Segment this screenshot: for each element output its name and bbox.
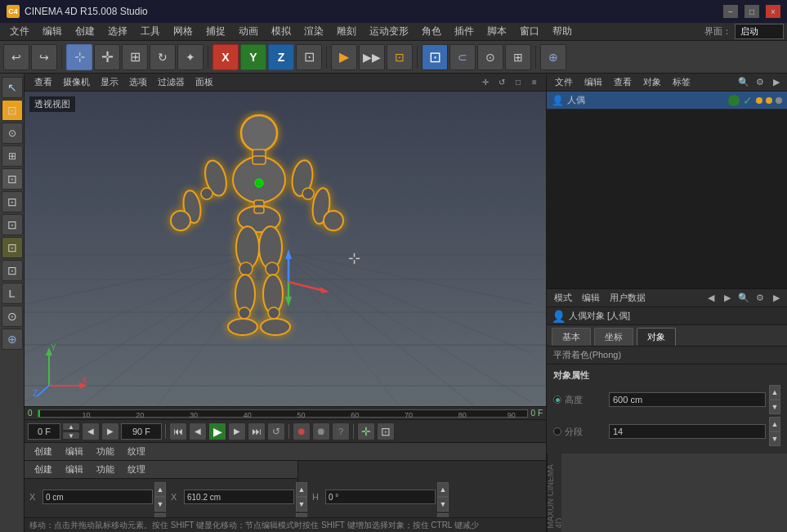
lt-hair-button[interactable]: ⊡ — [2, 237, 23, 258]
render-settings-button[interactable]: ⊡ — [387, 44, 413, 70]
vp-lock-icon[interactable]: ✛ — [479, 76, 492, 89]
select-tool-button[interactable]: ⊹ — [66, 44, 92, 70]
height-input[interactable] — [609, 392, 766, 407]
obj-tb-file[interactable]: 文件 — [550, 75, 578, 89]
props-tb-userdata[interactable]: 用户数据 — [606, 291, 650, 305]
props-arrow-right-icon[interactable]: ▶ — [720, 291, 735, 306]
vp-reset-icon[interactable]: ↺ — [495, 76, 508, 89]
lt-motion-button[interactable]: ⊡ — [2, 260, 23, 281]
size-x-input[interactable] — [184, 490, 294, 504]
bt-function-button[interactable]: 功能 — [92, 445, 119, 458]
interface-value[interactable]: 启动 — [735, 24, 784, 39]
menu-create[interactable]: 创建 — [69, 23, 101, 40]
menu-select[interactable]: 选择 — [101, 23, 134, 40]
lt-circle-button[interactable]: ⊙ — [2, 306, 23, 327]
record-button[interactable]: ⏺ — [293, 422, 311, 440]
extra-pb-button[interactable]: ? — [332, 422, 350, 440]
vp-menu-display[interactable]: 显示 — [96, 74, 123, 90]
next-key-button[interactable]: ▶ — [228, 422, 246, 440]
obj-tb-tags[interactable]: 标签 — [668, 75, 695, 89]
menu-help[interactable]: 帮助 — [546, 23, 579, 40]
scale-tool-button[interactable]: ⊞ — [122, 44, 148, 70]
obj-tb-view[interactable]: 查看 — [609, 75, 637, 89]
go-end-button[interactable]: ⏭ — [248, 422, 266, 440]
snap-button[interactable]: ⊕ — [540, 44, 566, 70]
props-search-icon[interactable]: 🔍 — [736, 291, 751, 306]
lt-paint-button[interactable]: ⊡ — [2, 191, 23, 212]
menu-file[interactable]: 文件 — [3, 23, 36, 40]
vp-menu-camera[interactable]: 摄像机 — [58, 74, 95, 90]
rotate-tool-button[interactable]: ↻ — [150, 44, 176, 70]
display-button-2[interactable]: ⊂ — [449, 44, 476, 70]
menu-window[interactable]: 窗口 — [513, 23, 546, 40]
obj-settings-icon[interactable]: ⚙ — [753, 75, 767, 90]
transform-tool-button[interactable]: ✦ — [177, 44, 203, 70]
height-down-button[interactable]: ▼ — [769, 400, 780, 414]
height-radio[interactable] — [553, 396, 561, 404]
timeline[interactable]: 0 10 20 30 40 50 60 70 80 90 0 F — [25, 406, 546, 419]
segments-input[interactable] — [609, 424, 766, 439]
menu-animate[interactable]: 动画 — [232, 23, 265, 40]
tf-function-button[interactable]: 功能 — [92, 463, 119, 476]
obj-search-icon[interactable]: 🔍 — [736, 75, 751, 90]
display-button-1[interactable]: ⊡ — [422, 44, 448, 70]
frame-up-button[interactable]: ▲ — [62, 422, 80, 431]
bt-create-button[interactable]: 创建 — [29, 445, 57, 458]
play-button[interactable]: ▶ — [208, 422, 226, 440]
vp-menu-options[interactable]: 选项 — [124, 74, 152, 90]
height-up-button[interactable]: ▲ — [769, 385, 780, 400]
display-button-4[interactable]: ⊞ — [505, 44, 531, 70]
lt-snap2-button[interactable]: ⊡ — [2, 168, 23, 190]
lt-object-button[interactable]: ⊡ — [2, 100, 23, 121]
display-button-3[interactable]: ⊙ — [477, 44, 503, 70]
close-button[interactable]: × — [766, 5, 780, 18]
obj-tb-object[interactable]: 对象 — [638, 75, 666, 89]
pb-extra-1[interactable]: ✛ — [357, 422, 375, 440]
menu-sculpt[interactable]: 雕刻 — [330, 23, 363, 40]
rot-h-up[interactable]: ▲ — [437, 482, 449, 497]
lt-cursor-button[interactable]: ↖ — [2, 77, 23, 98]
props-tab-coord[interactable]: 坐标 — [594, 328, 633, 346]
segments-down-button[interactable]: ▼ — [769, 431, 780, 446]
menu-render[interactable]: 渲染 — [297, 23, 330, 40]
lt-sculpt-button[interactable]: ⊡ — [2, 214, 23, 235]
tf-create-button[interactable]: 创建 — [29, 463, 57, 476]
menu-character[interactable]: 角色 — [415, 23, 448, 40]
segments-up-button[interactable]: ▲ — [769, 417, 780, 431]
props-tab-object[interactable]: 对象 — [637, 328, 676, 346]
props-extra-icon[interactable]: ▶ — [769, 291, 784, 306]
autokey-button[interactable]: ⏺ — [312, 422, 330, 440]
coord-mode-button[interactable]: ⊡ — [296, 44, 322, 70]
lt-grid-button[interactable]: ⊞ — [2, 145, 23, 167]
prev-key-button[interactable]: ◀ — [189, 422, 207, 440]
move-tool-button[interactable]: ✛ — [94, 44, 120, 70]
props-tb-edit[interactable]: 编辑 — [578, 291, 604, 305]
pos-x-up[interactable]: ▲ — [154, 482, 166, 497]
lt-l-button[interactable]: L — [2, 283, 23, 304]
menu-edit[interactable]: 编辑 — [36, 23, 69, 40]
undo-button[interactable]: ↩ — [3, 44, 29, 70]
go-start-button[interactable]: ⏮ — [169, 422, 187, 440]
tf-texture-button[interactable]: 纹理 — [123, 463, 150, 476]
menu-scripts[interactable]: 脚本 — [481, 23, 513, 40]
menu-tools[interactable]: 工具 — [134, 23, 167, 40]
render-preview-button[interactable]: ▶ — [331, 44, 357, 70]
obj-tb-edit[interactable]: 编辑 — [579, 75, 607, 89]
redo-button[interactable]: ↪ — [31, 44, 57, 70]
pos-x-down[interactable]: ▼ — [154, 497, 166, 512]
y-axis-button[interactable]: Y — [240, 44, 266, 70]
menu-plugins[interactable]: 插件 — [448, 23, 481, 40]
size-x-up[interactable]: ▲ — [296, 482, 307, 497]
lt-texture-button[interactable]: ⊙ — [2, 123, 23, 144]
vp-menu-icon[interactable]: ≡ — [528, 76, 541, 89]
bt-edit-button[interactable]: 编辑 — [60, 445, 88, 458]
viewport[interactable]: Y X Z 透视视图 ⊹ — [25, 92, 546, 406]
menu-simulate[interactable]: 模拟 — [265, 23, 297, 40]
obj-item-mannequin[interactable]: 👤 人偶 ✓ — [547, 92, 787, 110]
menu-motiongraph[interactable]: 运动变形 — [363, 23, 415, 40]
render-button[interactable]: ▶▶ — [359, 44, 385, 70]
rot-h-down[interactable]: ▼ — [437, 497, 449, 512]
size-x-down[interactable]: ▼ — [296, 497, 307, 512]
obj-arrow-icon[interactable]: ▶ — [769, 75, 784, 90]
segments-radio[interactable] — [553, 427, 561, 436]
